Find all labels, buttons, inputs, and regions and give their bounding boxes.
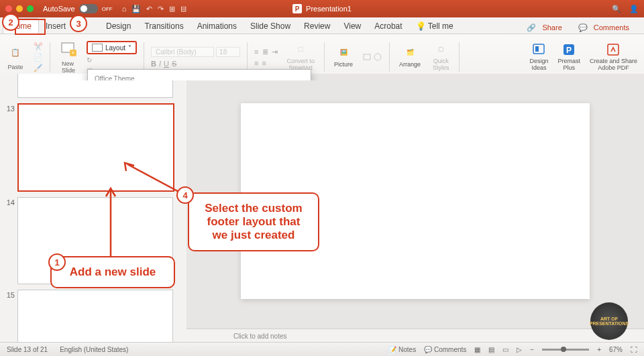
minimize-window-icon[interactable] xyxy=(16,5,23,12)
autosave-state: OFF xyxy=(102,6,113,12)
mac-titlebar: AutoSave OFF ⌂ 💾 ↶ ↷ ⊞ ⊟ P Presentation1… xyxy=(0,0,644,17)
bullets-icon[interactable]: ≡ xyxy=(254,48,258,56)
picture-button[interactable]: 🖼️ Picture xyxy=(331,44,356,70)
premast-button[interactable]: P Premast Plus xyxy=(555,41,583,73)
tab-review[interactable]: Review xyxy=(297,19,337,34)
svg-rect-8 xyxy=(535,46,539,52)
account-icon[interactable]: 👤 xyxy=(629,5,639,13)
underline-icon[interactable]: U xyxy=(164,60,169,68)
fullscreen-window-icon[interactable] xyxy=(27,5,34,12)
adobe-icon xyxy=(606,42,621,57)
arrange-icon: 🗂️ xyxy=(402,46,417,60)
quick-access-toolbar: ⌂ 💾 ↶ ↷ ⊞ ⊟ xyxy=(122,5,187,13)
tab-transitions[interactable]: Transitions xyxy=(138,19,190,34)
smartart-button[interactable]: ⬚ Convert to SmartArt xyxy=(284,41,318,73)
shape-rect-icon[interactable] xyxy=(362,52,372,62)
clipboard-icon: 📋 xyxy=(7,44,24,61)
undo-icon[interactable]: ↶ xyxy=(146,5,152,13)
bold-icon[interactable]: B xyxy=(151,60,156,68)
qat-icon: ⊞ xyxy=(169,5,175,13)
indent-icon[interactable]: ⇥ xyxy=(272,48,278,56)
tab-insert[interactable]: Insert xyxy=(39,19,72,34)
layout-dropdown-button[interactable]: Layout ˅ xyxy=(87,41,137,54)
align-left-icon[interactable]: ≡ xyxy=(254,59,258,67)
reset-icon[interactable]: ↻ xyxy=(87,56,137,64)
paste-group[interactable]: 📋 Paste xyxy=(4,37,27,77)
window-controls[interactable] xyxy=(5,5,34,12)
svg-text:P: P xyxy=(295,5,300,13)
align-center-icon[interactable]: ≡ xyxy=(262,59,266,67)
tab-acrobat[interactable]: Acrobat xyxy=(368,19,409,34)
tab-view[interactable]: View xyxy=(337,19,368,34)
font-size-combo[interactable]: 18 xyxy=(216,47,240,57)
tellme[interactable]: 💡 Tell me xyxy=(409,19,460,34)
svg-point-6 xyxy=(374,54,381,60)
new-slide-button[interactable]: + New Slide xyxy=(57,37,80,77)
ribbon-tabs: Home Insert Draw Design Transitions Anim… xyxy=(0,17,644,34)
adobe-pdf-button[interactable]: Create and Share Adobe PDF xyxy=(587,41,640,73)
picture-icon: 🖼️ xyxy=(336,46,351,60)
tab-slideshow[interactable]: Slide Show xyxy=(244,19,297,34)
layout-gallery-header: Office Theme xyxy=(92,74,307,80)
autosave-label: AutoSave xyxy=(43,5,75,13)
quick-styles-button[interactable]: ▢ Quick Styles xyxy=(430,41,452,73)
svg-text:+: + xyxy=(71,50,74,56)
shape-circle-icon[interactable] xyxy=(373,52,382,62)
svg-rect-11 xyxy=(608,44,619,55)
annotation-circle-2: 2 xyxy=(2,13,19,31)
design-ideas-icon xyxy=(531,42,546,57)
svg-text:P: P xyxy=(566,46,572,55)
styles-icon: ▢ xyxy=(433,42,448,57)
home-icon[interactable]: ⌂ xyxy=(122,5,127,13)
autosave-toggle[interactable]: AutoSave OFF xyxy=(43,4,113,13)
font-name-combo[interactable]: Calibri (Body) xyxy=(151,47,214,57)
tab-animations[interactable]: Animations xyxy=(191,19,244,34)
design-ideas-button[interactable]: Design Ideas xyxy=(527,41,551,73)
svg-rect-5 xyxy=(364,54,370,60)
numbering-icon[interactable]: ≣ xyxy=(262,48,268,56)
new-slide-icon: + xyxy=(60,40,77,58)
premast-icon: P xyxy=(561,42,576,57)
toggle-icon[interactable] xyxy=(79,4,98,13)
search-icon[interactable]: 🔍 xyxy=(612,5,621,13)
save-icon[interactable]: 💾 xyxy=(131,5,141,13)
smartart-icon: ⬚ xyxy=(293,42,308,57)
format-painter-icon[interactable]: 🖌️ xyxy=(34,64,43,72)
copy-icon[interactable]: 📄 xyxy=(34,53,43,62)
layout-icon xyxy=(92,44,103,52)
tab-design[interactable]: Design xyxy=(99,19,138,34)
qat-icon: ⊟ xyxy=(180,5,186,13)
close-window-icon[interactable] xyxy=(5,5,12,12)
italic-icon[interactable]: I xyxy=(159,60,161,68)
chevron-down-icon: ˅ xyxy=(128,44,131,52)
comments-button[interactable]: 💬 Comments xyxy=(574,22,637,34)
strike-icon[interactable]: S xyxy=(172,60,176,68)
arrange-button[interactable]: 🗂️ Arrange xyxy=(396,44,423,70)
document-title: P Presentation1 xyxy=(292,4,352,13)
layout-gallery-dropdown: Office Theme Title Slide Title and Conte… xyxy=(87,69,311,80)
powerpoint-icon: P xyxy=(292,4,302,13)
share-button[interactable]: 🔗 Share xyxy=(523,22,570,34)
redo-icon[interactable]: ↷ xyxy=(158,5,164,13)
annotation-circle-3: 3 xyxy=(70,15,87,32)
cut-icon[interactable]: ✂️ xyxy=(34,42,43,51)
